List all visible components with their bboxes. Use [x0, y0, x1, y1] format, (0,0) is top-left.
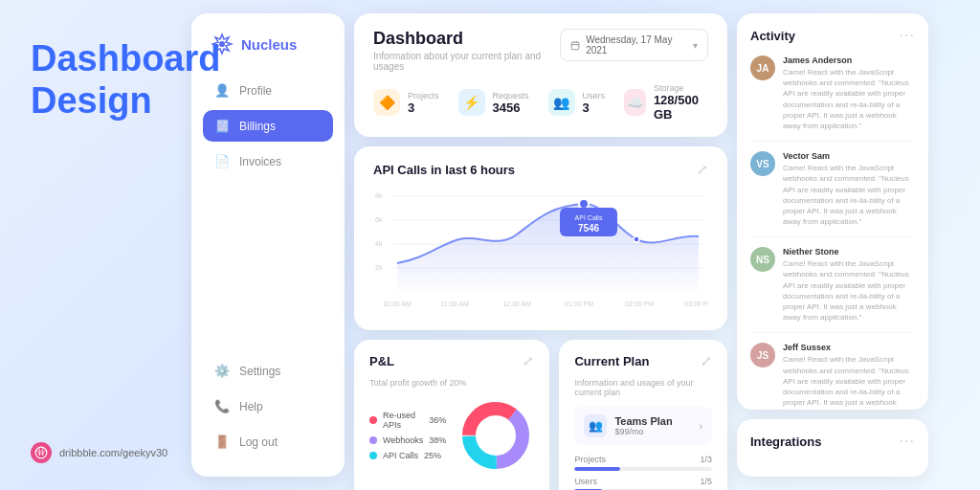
activity-desc-3: Came! React with the JavaScript webhooks… — [783, 354, 915, 410]
usage-users-label: Users — [574, 477, 597, 486]
svg-point-11 — [579, 199, 589, 209]
sidebar-item-billings[interactable]: 🧾 Billings — [203, 110, 333, 142]
pl-legend: Re-used APIs 36% Webhooks 38% API Calls … — [369, 411, 446, 460]
header-top: Dashboard Information about your current… — [373, 29, 708, 72]
stat-storage-info: Storage 128/500 GB — [654, 83, 708, 122]
legend-item-reused: Re-used APIs 36% — [369, 411, 446, 430]
legend-label-reused: Re-used APIs — [383, 411, 423, 430]
svg-text:4k: 4k — [375, 240, 383, 247]
settings-icon: ⚙️ — [214, 364, 230, 378]
sidebar-item-help[interactable]: 📞 Help — [203, 390, 333, 422]
activity-text-2: Niether Stone Came! React with the JavaS… — [783, 247, 915, 323]
legend-item-apicalls: API Calls 25% — [369, 451, 446, 460]
activity-name-3: Jeff Sussex — [783, 343, 915, 352]
stat-users: 👥 Users 3 — [548, 83, 606, 122]
pl-content: Re-used APIs 36% Webhooks 38% API Calls … — [369, 397, 534, 474]
legend-item-webhooks: Webhooks 38% — [369, 435, 446, 445]
bottom-row: P&L ⤢ Total profit growth of 20% Re-used… — [354, 340, 727, 490]
activity-text-1: Vector Sam Came! React with the JavaScri… — [783, 151, 915, 227]
plan-header: Current Plan ⤢ — [574, 353, 712, 368]
pl-expand-icon[interactable]: ⤢ — [523, 353, 534, 368]
legend-pct-reused: 36% — [429, 415, 446, 425]
date-text: Wednesday, 17 May 2021 — [586, 34, 687, 56]
team-plan-icon: 👥 — [584, 414, 607, 437]
activity-name-1: Vector Sam — [783, 151, 915, 161]
header-card: Dashboard Information about your current… — [354, 13, 727, 137]
svg-text:8k: 8k — [375, 192, 383, 199]
legend-dot-reused — [369, 416, 377, 424]
usage-projects-bar — [574, 467, 712, 471]
hero-line1: Dashboard — [31, 38, 220, 80]
hero-line2: Design — [31, 80, 220, 122]
legend-dot-webhooks — [369, 436, 377, 444]
activity-desc-2: Came! React with the JavaScript webhooks… — [783, 258, 915, 323]
usage-users: Users 1/5 — [574, 477, 712, 490]
chevron-down-icon: ▾ — [693, 40, 698, 51]
dashboard-subtitle: Information about your current plan and … — [373, 51, 560, 72]
activity-more-icon[interactable]: ··· — [900, 27, 915, 44]
svg-rect-2 — [571, 42, 579, 50]
donut-svg — [457, 397, 534, 474]
page-hero-title: Dashboard Design — [31, 38, 220, 122]
pl-header: P&L ⤢ — [369, 353, 534, 368]
svg-text:API Calls: API Calls — [575, 214, 603, 221]
legend-pct-webhooks: 38% — [429, 435, 446, 445]
svg-text:11:00 AM: 11:00 AM — [440, 301, 469, 307]
activity-item-0: JA James Anderson Came! React with the J… — [750, 56, 915, 142]
activity-desc-1: Came! React with the JavaScript webhooks… — [783, 163, 915, 227]
plan-info: Teams Plan $99/mo — [614, 415, 672, 436]
activity-item-1: VS Vector Sam Came! React with the JavaS… — [750, 151, 915, 237]
avatar-2: NS — [750, 247, 775, 272]
dashboard-wrapper: Nucleus 👤 Profile 🧾 Billings 📄 Invoices … — [191, 13, 928, 477]
svg-text:01:00 PM: 01:00 PM — [565, 301, 593, 307]
chart-header: API Calls in last 6 hours ⤢ — [373, 162, 708, 177]
plan-card: Current Plan ⤢ Information and usages of… — [559, 340, 727, 490]
invoices-icon: 📄 — [214, 154, 230, 168]
activity-desc-0: Came! React with the JavaScript webhooks… — [783, 67, 915, 131]
sidebar-label-help: Help — [239, 400, 263, 413]
sidebar-logo: Nucleus — [203, 33, 333, 71]
date-badge[interactable]: Wednesday, 17 May 2021 ▾ — [560, 29, 708, 61]
main-content: Dashboard Information about your current… — [354, 13, 727, 477]
pl-title: P&L — [369, 354, 394, 368]
plan-tier[interactable]: 👥 Teams Plan $99/mo › — [574, 407, 712, 445]
activity-name-2: Niether Stone — [783, 247, 915, 256]
sidebar-item-settings[interactable]: ⚙️ Settings — [203, 355, 333, 387]
sidebar-item-invoices[interactable]: 📄 Invoices — [203, 145, 333, 177]
svg-text:6k: 6k — [375, 216, 383, 223]
activity-item-3: JS Jeff Sussex Came! React with the Java… — [750, 343, 915, 410]
sidebar-item-logout[interactable]: 🚪 Log out — [203, 426, 333, 457]
usage-projects: Projects 1/3 — [574, 455, 712, 471]
calendar-icon — [570, 40, 580, 51]
legend-label-webhooks: Webhooks — [383, 435, 423, 445]
logout-icon: 🚪 — [214, 434, 230, 449]
plan-price: $99/mo — [614, 427, 672, 436]
plan-name: Teams Plan — [614, 415, 672, 427]
header-title-group: Dashboard Information about your current… — [373, 29, 560, 72]
help-icon: 📞 — [214, 399, 230, 413]
svg-text:2k: 2k — [375, 264, 383, 271]
storage-icon: ☁️ — [624, 89, 646, 116]
expand-icon[interactable]: ⤢ — [697, 162, 708, 177]
activity-card: Activity ··· JA James Anderson Came! Rea… — [737, 13, 928, 410]
plan-title: Current Plan — [574, 354, 649, 368]
donut-chart — [457, 397, 534, 474]
plan-expand-icon[interactable]: ⤢ — [701, 353, 712, 368]
integrations-more-icon[interactable]: ··· — [900, 433, 915, 450]
legend-dot-apicalls — [369, 452, 377, 459]
svg-point-0 — [35, 447, 47, 458]
dribbble-icon — [31, 442, 52, 463]
pl-card: P&L ⤢ Total profit growth of 20% Re-used… — [354, 340, 549, 490]
sidebar-label-invoices: Invoices — [239, 155, 281, 168]
plan-subtitle: Information and usages of your current p… — [574, 378, 712, 397]
activity-name-0: James Anderson — [783, 56, 915, 65]
plan-chevron-icon: › — [700, 421, 702, 432]
sidebar-label-profile: Profile — [239, 84, 272, 98]
sidebar-label-settings: Settings — [239, 365, 280, 378]
plan-tier-left: 👥 Teams Plan $99/mo — [584, 414, 672, 437]
activity-text-0: James Anderson Came! React with the Java… — [783, 56, 915, 131]
sidebar-item-profile[interactable]: 👤 Profile — [203, 75, 333, 106]
usage-projects-fill — [574, 467, 619, 471]
api-chart: 8k 6k 4k 2k API Calls 7546 — [373, 187, 708, 311]
stat-requests-info: Requests 3456 — [493, 91, 529, 115]
